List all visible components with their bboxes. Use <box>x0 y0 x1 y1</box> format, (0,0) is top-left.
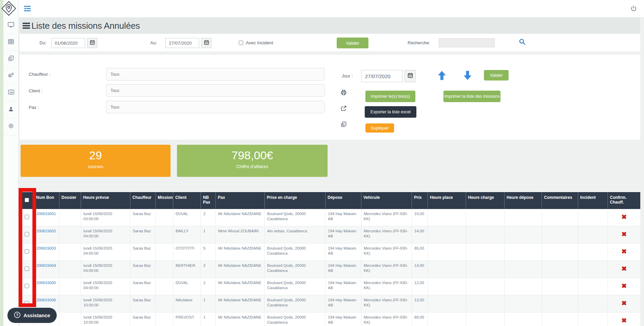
avec-incident-checkbox[interactable] <box>239 41 243 45</box>
search-icon[interactable] <box>519 39 525 46</box>
cell-confirm-chauff: ✖ <box>608 209 641 226</box>
chauffeur-label: Chauffeur : <box>29 72 50 77</box>
row-checkbox[interactable] <box>25 215 29 219</box>
imprimer-liste-button[interactable]: Imprimer la liste des missions <box>443 91 500 102</box>
cell-dossier <box>59 312 81 326</box>
cell-chauffeur: Saraa Baz <box>130 209 156 226</box>
cell-heure-prevue: lundi 15/06/2020 04:00:00 <box>81 226 130 243</box>
diamond-location-pin-logo[interactable] <box>1 0 17 18</box>
sidebar-item-missions[interactable] <box>3 51 19 68</box>
cell-client: BAILLY <box>173 226 201 243</box>
cell-depose: 194 Hay Makam AB <box>326 295 361 312</box>
cell-mission <box>156 243 173 261</box>
valider-button[interactable]: Valider <box>337 38 368 48</box>
table-body: 200615001lundi 15/06/2020 03:00:00Saraa … <box>20 209 641 326</box>
du-label: Du: <box>40 40 46 45</box>
external-link-icon <box>341 106 346 113</box>
power-icon[interactable] <box>631 5 637 13</box>
red-x-icon: ✖ <box>621 265 627 272</box>
du-date-input[interactable] <box>51 38 85 48</box>
red-x-icon: ✖ <box>621 300 627 307</box>
search-input[interactable] <box>439 38 495 47</box>
cell-depose: 194 Hay Makam AB <box>326 226 361 243</box>
recherche-label: Recherche: <box>408 40 430 45</box>
table-header: Num Bon Dossier Heure prévue Chauffeur M… <box>20 192 641 209</box>
cell-dossier <box>59 278 81 295</box>
num-bon-link[interactable]: 200615001 <box>36 212 56 216</box>
assistance-button[interactable]: ? Assistance <box>7 308 57 323</box>
arrow-down-icon[interactable] <box>463 70 472 82</box>
jour-date-input[interactable] <box>361 70 403 82</box>
cell-incident <box>578 278 608 295</box>
num-bon-link[interactable]: 200615003 <box>36 246 56 250</box>
cell-heure-depose <box>505 261 542 278</box>
row-checkbox[interactable] <box>25 232 29 236</box>
cell-nb-pax: 1 <box>201 226 216 243</box>
sidebar-item-tracking[interactable] <box>3 118 19 135</box>
client-select[interactable] <box>106 84 325 97</box>
table-row: 200615005lundi 15/06/2020 04:00:00Saraa … <box>20 278 641 295</box>
sidebar-toggle-icon[interactable] <box>24 6 31 13</box>
cell-vehicule: Mercedes Viano (FF-930-KK) <box>361 295 412 312</box>
cell-mission <box>156 209 173 226</box>
cell-commentaires <box>542 278 578 295</box>
cell-mission <box>156 261 173 278</box>
sidebar-item-planning[interactable] <box>3 34 19 51</box>
num-bon-link[interactable]: 200615002 <box>36 229 56 233</box>
cell-pax: Mr NAzidane NAZIDANE <box>216 312 265 326</box>
cell-prix: 14,00 <box>412 226 428 243</box>
num-bon-link[interactable]: 200615004 <box>36 263 56 267</box>
arrow-up-icon[interactable] <box>438 70 446 82</box>
col-prise-en-charge: Prise en charge <box>265 192 326 209</box>
red-x-icon: ✖ <box>621 282 627 289</box>
cell-nb-pax: 2 <box>201 261 216 278</box>
dupliquer-button[interactable]: Dupliquer <box>365 123 394 133</box>
row-checkbox[interactable] <box>25 266 29 271</box>
cell-client: NAzidane <box>173 295 201 312</box>
cell-chauffeur: Saraa Baz <box>130 312 156 326</box>
cell-incident <box>578 261 608 278</box>
sidebar-item-reports[interactable] <box>3 85 19 101</box>
user-icon <box>8 107 14 113</box>
select-all-checkbox[interactable] <box>25 198 29 202</box>
du-calendar-button[interactable] <box>87 38 97 48</box>
cell-vehicule: Mercedes Viano (FF-930-KK) <box>361 261 412 278</box>
cell-heure-prevue: lundi 15/06/2020 10:00:00 <box>81 295 130 312</box>
au-calendar-button[interactable] <box>201 38 211 48</box>
sidebar-item-settings[interactable] <box>3 68 19 85</box>
courses-count: 29 <box>21 149 171 162</box>
row-checkbox[interactable] <box>25 301 29 305</box>
pax-label: Pax : <box>29 105 39 110</box>
cell-client: DUVAL <box>173 278 201 295</box>
cell-heure-prevue: lundi 15/06/2020 04:00:00 <box>81 278 130 295</box>
jour-valider-button[interactable]: Valider <box>484 70 509 80</box>
chauffeur-select[interactable] <box>106 68 325 80</box>
sidebar-item-users[interactable] <box>3 101 19 118</box>
sidebar-item-dashboard[interactable] <box>3 17 19 34</box>
col-nb-pax: NB Pax <box>201 192 216 209</box>
cell-heure-place <box>428 261 466 278</box>
cell-heure-charge <box>466 226 505 243</box>
cell-heure-prevue: lundi 15/06/2020 04:00:00 <box>81 261 130 278</box>
cell-pax: Mr NAzidane NAZIDANE <box>216 209 265 226</box>
cell-mission <box>156 278 173 295</box>
row-checkbox[interactable] <box>25 249 29 254</box>
pax-select[interactable] <box>106 101 325 113</box>
num-bon-link[interactable]: 200615006 <box>36 298 56 302</box>
row-checkbox[interactable] <box>25 284 29 288</box>
revenue-amount: 798,00€ <box>177 149 328 162</box>
row-select-cell <box>20 226 34 243</box>
exporter-excel-button[interactable]: Exporter la liste excel <box>365 106 416 118</box>
col-heure-charge: Heure charge <box>466 192 505 209</box>
jour-calendar-button[interactable] <box>405 70 416 82</box>
cell-nb-pax: 5 <box>201 243 216 261</box>
cell-incident <box>578 209 608 226</box>
cell-heure-place <box>428 312 466 326</box>
hamburger-icon[interactable] <box>23 22 31 30</box>
cell-client: DUVAL <box>173 209 201 226</box>
imprimer-bons-button[interactable]: Imprimer le(s) bon(s) <box>365 91 415 102</box>
au-label: Au: <box>150 40 157 45</box>
cell-commentaires <box>542 209 578 226</box>
au-date-input[interactable] <box>165 38 199 48</box>
num-bon-link[interactable]: 200615005 <box>36 281 56 285</box>
